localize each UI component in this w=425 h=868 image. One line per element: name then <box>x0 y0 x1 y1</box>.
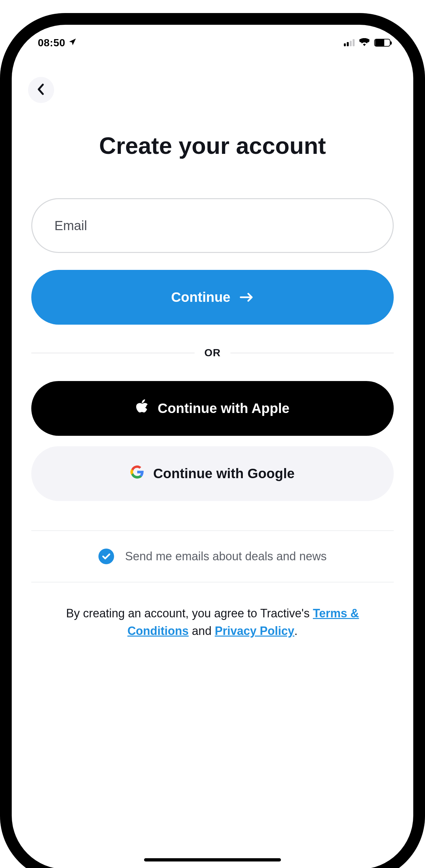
back-button[interactable] <box>28 77 54 103</box>
status-time: 08:50 <box>38 37 65 49</box>
continue-label: Continue <box>171 289 231 305</box>
continue-with-google-button[interactable]: Continue with Google <box>31 446 394 501</box>
chevron-left-icon <box>37 84 45 96</box>
continue-with-apple-button[interactable]: Continue with Apple <box>31 381 394 436</box>
apple-icon <box>135 399 149 417</box>
check-icon <box>102 553 111 560</box>
email-field[interactable] <box>31 198 394 253</box>
battery-icon <box>374 39 390 46</box>
google-label: Continue with Google <box>153 466 295 482</box>
location-icon <box>68 38 77 48</box>
continue-button[interactable]: Continue <box>31 270 394 324</box>
marketing-consent-checkbox[interactable] <box>98 549 114 564</box>
consent-row: Send me emails about deals and news <box>31 531 394 582</box>
home-indicator[interactable] <box>144 858 281 862</box>
legal-text: By creating an account, you agree to Tra… <box>31 604 394 640</box>
apple-label: Continue with Apple <box>158 401 290 416</box>
google-icon <box>130 465 144 482</box>
consent-label: Send me emails about deals and news <box>125 550 327 563</box>
wifi-icon <box>359 38 370 47</box>
divider-label: OR <box>204 347 221 359</box>
cellular-icon <box>344 39 355 46</box>
status-bar: 08:50 <box>12 25 413 61</box>
separator <box>31 582 394 583</box>
divider: OR <box>31 347 394 359</box>
page-title: Create your account <box>31 132 394 159</box>
privacy-link[interactable]: Privacy Policy <box>215 624 294 638</box>
arrow-right-icon <box>240 289 254 305</box>
